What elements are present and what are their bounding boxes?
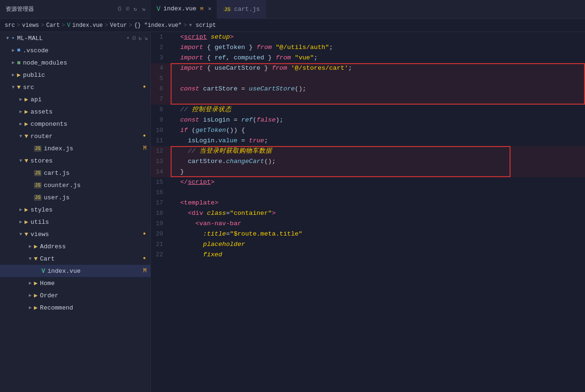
bc-views[interactable]: views (22, 22, 39, 29)
sidebar-item-router[interactable]: ▼ ▼ router • (0, 130, 150, 142)
line-code-15: </script> (171, 177, 214, 188)
sidebar-item-recommend[interactable]: ► ▶ Recommend (0, 302, 150, 314)
sidebar-item-cart[interactable]: ▼ ▼ Cart • (0, 253, 150, 265)
folder-icon: ▶ (34, 304, 38, 311)
bc-vue-icon: V (67, 22, 70, 29)
line-code-7 (171, 94, 176, 105)
js-icon: JS (34, 170, 41, 176)
sidebar-item-router-index[interactable]: ► JS index.js M (0, 142, 150, 155)
line-code-19: <van-nav-bar (171, 219, 241, 229)
chevron-icon: ► (26, 244, 34, 249)
tab-modified-badge: M (200, 6, 204, 12)
line-num-5: 5 (151, 74, 171, 84)
chevron-icon: ► (26, 305, 34, 310)
tab-label: index.vue (163, 5, 196, 12)
sidebar-item-stores-user[interactable]: ► JS user.js (0, 191, 150, 204)
code-line-1: 1 <script setup> (151, 32, 585, 42)
code-editor[interactable]: 1 <script setup> 2 import { getToken } f… (151, 32, 585, 392)
line-num-14: 14 (151, 167, 171, 177)
chevron-icon: ► (17, 122, 25, 127)
collapse-icon[interactable]: ⇲ (142, 6, 145, 13)
bc-index-vue-2[interactable]: {} "index.vue" (134, 22, 181, 29)
home-label: Home (40, 280, 55, 287)
sidebar-item-home[interactable]: ► ▶ Home (0, 277, 150, 289)
assets-label: assets (31, 108, 53, 115)
line-code-18: <div class="container"> (171, 208, 276, 219)
sidebar-item-public[interactable]: ► ▶ public (0, 69, 150, 81)
chevron-icon: ▼ (9, 85, 17, 90)
stores-cart-label: cart.js (44, 170, 70, 177)
line-code-17: <template> (171, 198, 218, 208)
line-code-14: } (171, 167, 184, 177)
folder-icon: ▶ (34, 292, 38, 299)
tab-close-button[interactable]: ✕ (208, 5, 211, 12)
line-code-6: const cartStore = useCartStore(); (171, 84, 306, 94)
refresh-icon-sm[interactable]: ↻ (139, 35, 142, 41)
code-line-13: 13 cartStore.changeCart(); (151, 156, 585, 167)
sidebar-item-node-modules[interactable]: ► ■ node_modules (0, 57, 150, 69)
line-num-22: 22 (151, 250, 171, 260)
sidebar-item-order[interactable]: ► ▶ Order (0, 289, 150, 302)
breadcrumb: src > views > Cart > V index.vue > Vetur… (0, 19, 585, 32)
code-line-3: 3 import { ref, computed } from "vue"; (151, 53, 585, 63)
explorer-label: 资源管理器 (6, 5, 34, 13)
new-file-icon-sm[interactable]: + (126, 35, 130, 41)
folder-icon: ▶ (25, 96, 28, 103)
public-label: public (23, 72, 45, 79)
js-icon: JS (34, 182, 41, 188)
router-index-label: index.js (44, 145, 73, 152)
stores-user-label: user.js (44, 194, 70, 201)
api-label: api (31, 96, 41, 103)
collapse-all-icon[interactable]: ⇲ (144, 35, 148, 41)
line-code-5 (171, 74, 176, 84)
editor-tabs: V index.vue M ✕ JS cart.js (151, 0, 585, 19)
sidebar-item-api[interactable]: ► ▶ api (0, 93, 150, 106)
folder-icon: ▼ (25, 157, 28, 164)
line-num-3: 3 (151, 53, 171, 63)
sidebar-item-address[interactable]: ► ▶ Address (0, 240, 150, 253)
new-file-icon[interactable]: ⎙ (118, 6, 121, 13)
vue-file-icon: V (41, 268, 45, 275)
code-line-10: 10 if (getToken()) { (151, 125, 585, 136)
new-folder-icon-sm[interactable]: ⎙ (132, 35, 136, 41)
sidebar-item-stores[interactable]: ▼ ▼ stores (0, 155, 150, 167)
sidebar-item-utils[interactable]: ► ▶ utils (0, 216, 150, 228)
sidebar-header-area: 资源管理器 ⎙ ⎚ ↻ ⇲ (0, 5, 151, 13)
project-icon: ▪ (11, 35, 15, 41)
sidebar-item-styles[interactable]: ► ▶ styles (0, 204, 150, 216)
line-num-9: 9 (151, 115, 171, 125)
code-line-18: 18 <div class="container"> (151, 208, 585, 219)
sidebar-item-vscode[interactable]: ► ■ .vscode (0, 44, 150, 57)
sidebar-item-stores-counter[interactable]: ► JS counter.js (0, 179, 150, 191)
styles-label: styles (31, 206, 53, 213)
bc-script[interactable]: ▿ script (189, 22, 216, 29)
explorer-actions[interactable]: ⎙ ⎚ ↻ ⇲ (118, 6, 145, 13)
folder-icon: ▶ (34, 279, 38, 287)
bc-index-vue[interactable]: index.vue (72, 22, 103, 29)
bc-vetur[interactable]: Vetur (110, 22, 127, 29)
vscode-folder-icon: ■ (17, 47, 20, 54)
line-num-12: 12 (151, 146, 171, 156)
chevron-icon: ► (17, 109, 25, 114)
refresh-icon[interactable]: ↻ (134, 6, 137, 13)
folder-icon: ▶ (25, 218, 28, 226)
sidebar-root[interactable]: ▼ ▪ ML-MALL + ⎙ ↻ ⇲ (0, 32, 150, 44)
tab-cart-js[interactable]: JS cart.js (217, 0, 266, 19)
js-file-icon: JS (223, 7, 231, 12)
chevron-icon: ► (17, 220, 25, 225)
sidebar-item-views[interactable]: ▼ ▼ views • (0, 228, 150, 240)
sidebar-item-components[interactable]: ► ▶ components (0, 118, 150, 130)
new-folder-icon[interactable]: ⎚ (126, 6, 129, 13)
tab-index-vue[interactable]: V index.vue M ✕ (151, 0, 217, 19)
bc-src[interactable]: src (5, 22, 15, 29)
line-num-16: 16 (151, 188, 171, 198)
node-folder-icon: ■ (17, 59, 21, 66)
sidebar-item-assets[interactable]: ► ▶ assets (0, 106, 150, 118)
line-code-10: if (getToken()) { (171, 125, 245, 136)
sidebar-item-stores-cart[interactable]: ► JS cart.js (0, 167, 150, 179)
stores-counter-label: counter.js (44, 182, 81, 189)
sidebar-item-src[interactable]: ▼ ▼ src • (0, 81, 150, 93)
sidebar-item-cart-index[interactable]: ► V index.vue M (0, 265, 150, 277)
line-code-22: fixed (171, 250, 222, 260)
bc-cart[interactable]: Cart (46, 22, 60, 29)
